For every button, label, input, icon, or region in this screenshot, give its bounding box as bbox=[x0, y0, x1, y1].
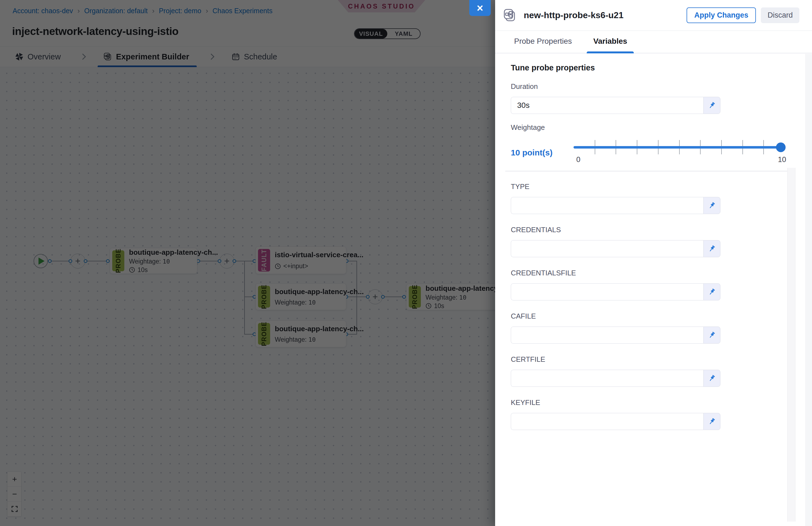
credentials-input[interactable] bbox=[511, 240, 704, 257]
weightage-label: Weightage bbox=[511, 123, 812, 132]
pin-icon bbox=[708, 331, 716, 339]
chevron-right-icon bbox=[80, 54, 86, 60]
weightage-row: 10 point(s) 0 10 bbox=[511, 140, 784, 166]
port[interactable] bbox=[48, 260, 52, 263]
experiment-nav-tabs: Overview Experiment Builder bbox=[0, 46, 495, 67]
node-title: boutique-app-latency-ch... bbox=[275, 325, 342, 333]
tab-overview[interactable]: Overview bbox=[15, 52, 61, 61]
drawer-tabs: Probe Properties Variables bbox=[495, 31, 812, 53]
pin-button[interactable] bbox=[704, 283, 721, 301]
tab-experiment-builder[interactable]: Experiment Builder bbox=[103, 52, 189, 61]
pin-icon bbox=[708, 288, 716, 296]
breadcrumb-chaos-experiments[interactable]: Chaos Experiments bbox=[213, 7, 273, 15]
probe-node[interactable]: PROBE boutique-app-latency-ch... Weighta… bbox=[256, 283, 346, 310]
play-icon bbox=[39, 258, 45, 265]
pin-button[interactable] bbox=[704, 370, 721, 387]
chevron-right-icon bbox=[208, 54, 214, 60]
pin-button[interactable] bbox=[704, 197, 721, 214]
fullscreen-button[interactable] bbox=[8, 501, 21, 516]
slider-handle[interactable] bbox=[776, 143, 786, 152]
canvas-zoom-controls: + − bbox=[7, 471, 21, 517]
probe-badge: PROBE bbox=[258, 286, 270, 308]
field-label: CREDENTIALSFILE bbox=[511, 269, 812, 277]
node-weightage: Weightage: 10 bbox=[425, 294, 495, 301]
pin-button[interactable] bbox=[704, 326, 721, 344]
apply-changes-button[interactable]: Apply Changes bbox=[686, 8, 756, 23]
edge bbox=[50, 261, 71, 261]
add-node-button[interactable]: + bbox=[70, 254, 85, 268]
probe-node[interactable]: PROBE boutique-app-latency-ch... Weighta… bbox=[256, 321, 346, 347]
pin-icon bbox=[708, 245, 716, 252]
slider-track[interactable] bbox=[574, 146, 784, 149]
discard-button[interactable]: Discard bbox=[761, 8, 799, 23]
pin-button[interactable] bbox=[704, 97, 721, 114]
breadcrumb-account[interactable]: Account: chaos-dev bbox=[13, 7, 73, 15]
port[interactable] bbox=[233, 260, 236, 263]
probe-node[interactable]: PROBE boutique-app-latency-ch... Weighta… bbox=[406, 283, 495, 310]
visual-yaml-toggle: VISUAL YAML bbox=[354, 28, 421, 39]
duration-label: Duration bbox=[511, 82, 812, 91]
field-label: KEYFILE bbox=[511, 398, 812, 407]
credentialsfile-input[interactable] bbox=[511, 283, 704, 301]
field-label: CERTFILE bbox=[511, 355, 812, 364]
section-title: Tune probe properties bbox=[511, 63, 812, 72]
keyfile-input[interactable] bbox=[511, 413, 704, 430]
experiment-doc-icon bbox=[103, 52, 112, 61]
breadcrumb-separator: › bbox=[148, 6, 159, 15]
fields-scrollbar[interactable] bbox=[787, 168, 796, 522]
experiment-canvas[interactable]: + + + PROBE boutique-app-latency-ch... W… bbox=[0, 67, 495, 526]
duration-input[interactable] bbox=[511, 97, 704, 114]
port[interactable] bbox=[381, 295, 385, 299]
breadcrumb-org[interactable]: Organization: default bbox=[84, 7, 148, 15]
pinwheel-icon bbox=[15, 53, 24, 61]
toggle-yaml[interactable]: YAML bbox=[387, 29, 420, 39]
edge bbox=[199, 261, 220, 261]
run-experiment-button[interactable] bbox=[33, 254, 48, 268]
slider-min-label: 0 bbox=[576, 156, 580, 164]
clock-icon bbox=[425, 303, 432, 309]
tab-schedule[interactable]: Schedule bbox=[232, 52, 277, 61]
type-input[interactable] bbox=[511, 197, 704, 214]
zoom-in-button[interactable]: + bbox=[8, 472, 21, 487]
field-label: CAFILE bbox=[511, 312, 812, 321]
port[interactable] bbox=[366, 295, 370, 299]
pin-button[interactable] bbox=[704, 413, 721, 430]
drawer-scrollbar[interactable] bbox=[806, 54, 812, 526]
cafile-input[interactable] bbox=[511, 326, 704, 344]
certfile-input[interactable] bbox=[511, 370, 704, 387]
clock-icon bbox=[129, 267, 135, 273]
add-node-button[interactable]: + bbox=[368, 289, 382, 304]
port[interactable] bbox=[403, 295, 406, 299]
port[interactable] bbox=[84, 260, 87, 263]
edge bbox=[383, 296, 404, 297]
edge bbox=[86, 261, 108, 261]
close-drawer-button[interactable]: × bbox=[469, 0, 491, 16]
slider-max-label: 10 bbox=[778, 156, 786, 164]
pin-button[interactable] bbox=[704, 240, 721, 257]
tab-probe-properties[interactable]: Probe Properties bbox=[512, 37, 574, 53]
weightage-slider[interactable]: 0 10 bbox=[574, 140, 784, 166]
node-duration: 10s bbox=[425, 302, 495, 310]
toggle-visual[interactable]: VISUAL bbox=[354, 29, 387, 39]
node-weightage: Weightage: 10 bbox=[275, 299, 342, 306]
breadcrumb-separator: › bbox=[73, 6, 85, 15]
field-group-certfile: CERTFILE bbox=[511, 355, 812, 387]
zoom-out-button[interactable]: − bbox=[8, 487, 21, 501]
edge bbox=[357, 261, 357, 335]
probe-badge: PROBE bbox=[409, 286, 421, 308]
add-node-button[interactable]: + bbox=[219, 254, 234, 268]
port[interactable] bbox=[218, 260, 221, 263]
node-weightage: Weightage: 10 bbox=[129, 258, 192, 265]
page-title: inject-network-latency-using-istio bbox=[12, 25, 178, 38]
port[interactable] bbox=[106, 260, 110, 263]
breadcrumb-project[interactable]: Project: demo bbox=[159, 7, 201, 15]
node-title: boutique-app-latency-ch... bbox=[425, 284, 495, 293]
edge bbox=[347, 334, 357, 335]
port[interactable] bbox=[69, 260, 72, 263]
field-group-credentialsfile: CREDENTIALSFILE bbox=[511, 269, 812, 301]
drawer-content: Tune probe properties Duration Weightage… bbox=[495, 53, 812, 430]
main-app: Account: chaos-dev›Organization: default… bbox=[0, 0, 495, 526]
fault-node[interactable]: FAULT istio-virtual-service-crea... <+in… bbox=[256, 247, 346, 274]
probe-node[interactable]: PROBE boutique-app-latency-ch... Weighta… bbox=[110, 248, 197, 274]
tab-variables[interactable]: Variables bbox=[592, 37, 629, 53]
